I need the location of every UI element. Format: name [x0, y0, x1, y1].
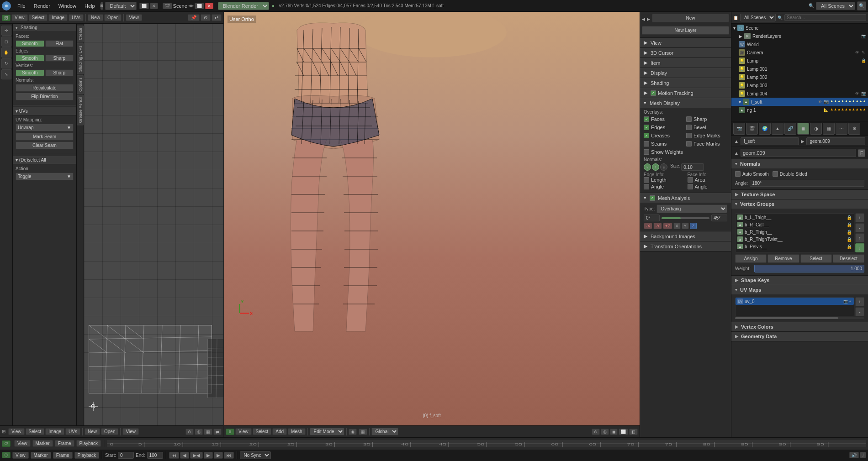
sharp-checkbox[interactable]: [686, 116, 692, 122]
start-frame-input[interactable]: [118, 452, 134, 459]
uv-bottom-image[interactable]: Image: [45, 428, 64, 435]
mesh-name-field[interactable]: [741, 149, 856, 157]
timeline-playback-btn[interactable]: Playback: [76, 440, 101, 447]
vp-material-btn[interactable]: ◧: [629, 429, 638, 435]
physics-btn[interactable]: ⚙: [848, 123, 860, 135]
uv-new-btn[interactable]: New: [88, 14, 103, 21]
tool-cursor[interactable]: ✛: [1, 26, 11, 36]
outliner-item-fsoft[interactable]: ▾ ▲ f_soft 👁 📷 ▲▲▲▲▲▲▲▲▲▲: [731, 98, 868, 106]
material-btn[interactable]: ◑: [810, 123, 822, 135]
viewport-shading-btn[interactable]: ◉: [349, 429, 357, 435]
outliner-item-lamp[interactable]: 💡 Lamp 🔒: [731, 57, 868, 65]
smooth-verts-btn[interactable]: Smooth: [16, 69, 44, 76]
mark-seam-btn[interactable]: Mark Seam: [16, 133, 74, 141]
seams-checkbox[interactable]: [644, 141, 649, 147]
tab-shading-uvs[interactable]: Shading / UVs: [77, 43, 84, 74]
uv-uvs-btn[interactable]: UVs: [69, 14, 84, 21]
pivot-btn[interactable]: ◎: [195, 429, 203, 435]
vp-proportional-btn[interactable]: ◎: [601, 429, 609, 435]
view-section-header[interactable]: ▶ View: [640, 38, 731, 47]
assign-btn[interactable]: Assign: [735, 254, 767, 263]
clear-seam-btn[interactable]: Clear Seam: [16, 141, 74, 149]
uv-sync-btn2[interactable]: ⇄: [213, 429, 222, 435]
vg-down-btn[interactable]: ↓: [855, 243, 864, 252]
mesh-analysis-header[interactable]: ▾ Mesh Analysis: [640, 193, 731, 203]
edge-marks-checkbox[interactable]: [686, 133, 692, 138]
x2-axis-btn[interactable]: X: [673, 223, 681, 229]
uv-bottom-new[interactable]: New: [85, 428, 100, 435]
tab-grease-pencil[interactable]: Grease Pencil: [77, 95, 84, 126]
viewport-mode-icon[interactable]: 🖥: [226, 429, 234, 435]
menu-window[interactable]: Window: [55, 2, 80, 10]
outliner-search[interactable]: [784, 14, 866, 21]
sharp-verts-btn[interactable]: Sharp: [45, 69, 74, 76]
edges-checkbox[interactable]: [644, 125, 649, 130]
uv-select-btn[interactable]: Select: [29, 14, 48, 21]
bottom-playback-btn[interactable]: Playback: [74, 452, 100, 459]
creases-checkbox[interactable]: [644, 133, 649, 138]
uv-image-btn[interactable]: Image: [48, 14, 68, 21]
geometry-data-header[interactable]: ▶ Geometry Data: [731, 332, 868, 341]
vg-item-2[interactable]: ▲ b_R_Thigh__ 🔒: [736, 228, 854, 236]
texture-space-header[interactable]: ▶ Texture Space: [731, 190, 868, 199]
transform-space-select[interactable]: Global: [371, 428, 398, 435]
select-vg-btn[interactable]: Select: [800, 254, 832, 263]
normals-header[interactable]: ▾ Normals: [731, 159, 868, 168]
z2-axis-btn[interactable]: Z: [690, 223, 697, 229]
auto-smooth-checkbox[interactable]: [735, 171, 741, 177]
uv-bottom-uvs[interactable]: UVs: [65, 428, 80, 435]
vertex-groups-header[interactable]: ▾ Vertex Groups: [731, 199, 868, 209]
timeline-view-btn[interactable]: View: [14, 440, 31, 447]
uv-snap-btn[interactable]: ⊙: [201, 14, 211, 21]
display-btn[interactable]: ▦: [204, 429, 212, 435]
tool-select[interactable]: ◻: [1, 37, 11, 47]
menu-file[interactable]: File: [14, 2, 29, 10]
motion-tracking-header[interactable]: ▶ Motion Tracking: [640, 88, 731, 98]
bottom-marker-btn[interactable]: Marker: [31, 452, 51, 459]
uv-map-camera-icon[interactable]: 📷: [843, 299, 848, 304]
metronome-btn[interactable]: ♩: [860, 452, 866, 458]
show-weights-checkbox[interactable]: [644, 149, 649, 155]
scene-props-btn[interactable]: 🎬: [746, 123, 758, 135]
uvs-section-header[interactable]: ▾ UVs: [13, 107, 76, 115]
outliner-item-lamp001[interactable]: 💡 Lamp.001: [731, 65, 868, 73]
bottom-view-btn[interactable]: View: [12, 452, 29, 459]
vp-display-btn[interactable]: ◼: [610, 429, 618, 435]
analysis-type-select[interactable]: Overhang: [656, 204, 727, 213]
back-btn[interactable]: ◀: [642, 17, 645, 21]
vg-item-0[interactable]: ▲ b_L_Thigh__ 🔒: [736, 214, 854, 221]
bevel-checkbox[interactable]: [686, 125, 692, 130]
outliner-item-scene[interactable]: ▾ S Scene: [731, 24, 868, 32]
add-menu-btn[interactable]: Add: [272, 428, 287, 435]
uv-mode-btn[interactable]: 🖼: [2, 15, 11, 21]
outliner-item-world[interactable]: W World: [731, 40, 868, 48]
y-axis-btn[interactable]: -Y: [653, 223, 662, 229]
layout-select[interactable]: Default: [105, 2, 137, 10]
recalculate-btn[interactable]: Recalculate: [16, 84, 74, 92]
uv-view-btn[interactable]: View: [11, 14, 28, 21]
mesh-display-header[interactable]: ▾ Mesh Display: [640, 98, 731, 108]
x-axis-btn[interactable]: -X: [644, 223, 652, 229]
close-btn[interactable]: ✕: [150, 3, 158, 9]
scene-close[interactable]: ✕: [205, 3, 213, 9]
uv-bottom-open[interactable]: Open: [101, 428, 118, 435]
timeline-icon2[interactable]: ⏱: [2, 452, 11, 458]
fwd-btn[interactable]: ▶: [647, 17, 650, 21]
motion-tracking-checkbox[interactable]: [651, 90, 656, 96]
particles-btn[interactable]: ⋯: [836, 123, 847, 135]
uv-remove-btn[interactable]: -: [855, 307, 864, 316]
outliner-item-ng1[interactable]: ▲ ng 1 📐 ▲▲▲▲▲▲▲▲▲▲: [731, 106, 868, 114]
scene-fullscreen[interactable]: ⬜: [195, 3, 204, 9]
obj-props-btn[interactable]: ▲: [772, 123, 783, 135]
menu-help[interactable]: Help: [81, 2, 99, 10]
item-section-header[interactable]: ▶ Item: [640, 58, 731, 68]
shading-section-header2[interactable]: ▶ Shading: [640, 78, 731, 88]
view-menu-btn[interactable]: View: [235, 428, 252, 435]
normal-split-btn[interactable]: s: [660, 163, 667, 171]
cursor-section-header[interactable]: ▶ 3D Cursor: [640, 48, 731, 58]
timeline-marker-btn[interactable]: Marker: [32, 440, 53, 447]
next-frame-btn[interactable]: ▶: [214, 452, 223, 459]
outliner-item-camera[interactable]: 🎥 Camera 👁 ✎: [731, 48, 868, 57]
uv-bottom-view[interactable]: View: [8, 428, 25, 435]
unwrap-dropdown[interactable]: Unwrap ▼: [16, 124, 74, 131]
